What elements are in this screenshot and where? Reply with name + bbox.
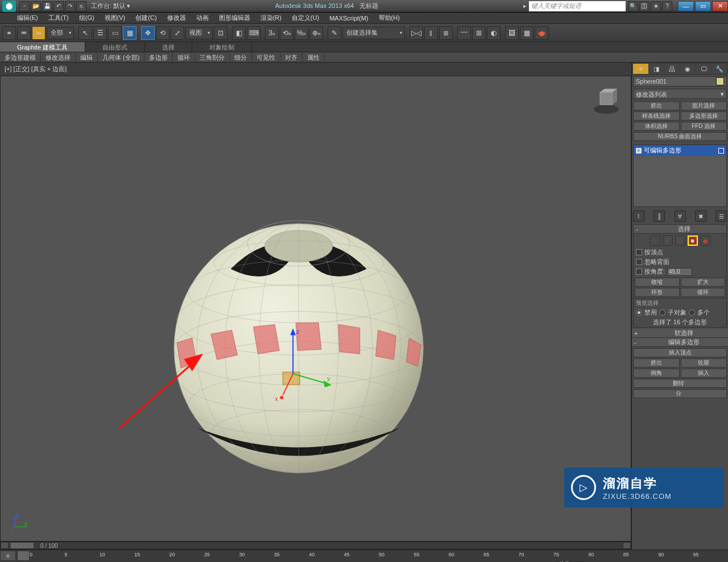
menu-tools[interactable]: 工具(T) [48, 14, 69, 22]
tab-freeform[interactable]: 自由形式 [85, 42, 145, 52]
scroll-left-icon[interactable] [1, 542, 9, 549]
window-crossing-icon[interactable]: ▦ [123, 26, 136, 40]
undo-icon[interactable]: ↶ [53, 1, 64, 11]
viewport-scrollbar[interactable]: 0 / 100 [0, 542, 631, 549]
redo-icon[interactable]: ↷ [65, 1, 75, 11]
btn-poly-sel[interactable]: 多边形选择 [681, 111, 727, 121]
curve-editor-icon[interactable]: 〰 [457, 26, 471, 40]
save-icon[interactable]: 💾 [42, 1, 52, 11]
display-tab-icon[interactable]: 🖵 [696, 64, 712, 74]
panel-subdiv[interactable]: 细分 [230, 52, 252, 62]
panel-edit[interactable]: 编辑 [76, 52, 98, 62]
configure-icon[interactable]: ☰ [715, 210, 727, 222]
app-logo-icon[interactable]: ⬤ [2, 1, 16, 12]
scale-icon[interactable]: ⤢ [171, 26, 184, 40]
percent-snap-icon[interactable]: %ₙ [295, 26, 308, 40]
star-icon[interactable]: ★ [651, 1, 661, 11]
create-tab-icon[interactable]: ✳ [633, 64, 648, 74]
select-manip-icon[interactable]: ◧ [232, 26, 246, 40]
menu-view[interactable]: 视图(V) [105, 14, 126, 22]
stack-editable-poly[interactable]: +可编辑多边形 [634, 145, 726, 156]
search-input[interactable]: 键入关键字或短语 [529, 1, 626, 11]
time-slider[interactable]: ≡ 05101520253035404550556065707580859095… [0, 550, 728, 561]
btn-spline-sel[interactable]: 样条线选择 [633, 111, 680, 121]
menu-customize[interactable]: 自定义(U) [292, 14, 319, 22]
menu-edit[interactable]: 编辑(E) [17, 14, 38, 22]
maximize-button[interactable]: ▭ [695, 1, 711, 11]
btn-shrink[interactable]: 收缩 [635, 278, 680, 287]
select-icon[interactable]: ↖ [78, 26, 92, 40]
panel-align[interactable]: 对齐 [280, 52, 303, 62]
subobj-element-icon[interactable]: ◆ [700, 235, 710, 246]
panel-geom[interactable]: 几何体 (全部) [98, 52, 144, 62]
check-by-vertex[interactable] [636, 249, 642, 255]
btn-insert-vertex[interactable]: 插入顶点 [633, 348, 727, 357]
rollout-selection-header[interactable]: -选择 [634, 225, 726, 234]
panel-loop[interactable]: 循环 [173, 52, 195, 62]
edit-named-sel-icon[interactable]: ✎ [328, 26, 341, 40]
hierarchy-tab-icon[interactable]: 品 [664, 64, 680, 74]
btn-insert2[interactable]: 插入 [681, 369, 727, 378]
close-button[interactable]: ✕ [712, 1, 728, 11]
btn-ring[interactable]: 环形 [635, 288, 680, 297]
pivot-icon[interactable]: ⊡ [214, 26, 228, 40]
render-frame-icon[interactable]: ▦ [520, 26, 533, 40]
tab-selection[interactable]: 选择 [145, 42, 192, 52]
modifier-stack[interactable]: +可编辑多边形 [633, 144, 727, 207]
utility-tab-icon[interactable]: 🔧 [712, 64, 727, 74]
select-rect-icon[interactable]: ▭ [108, 26, 122, 40]
btn-patch-sel[interactable]: 面片选择 [681, 101, 727, 110]
new-icon[interactable]: ▫ [19, 1, 30, 11]
radio-multi[interactable] [689, 309, 695, 316]
btn-chamfer[interactable]: 倒角 [633, 369, 680, 378]
viewport[interactable]: z y x zy [0, 76, 631, 542]
menu-render[interactable]: 渲染(R) [260, 14, 282, 22]
subobj-vertex-icon[interactable]: ⋮ [650, 235, 660, 246]
help-icon[interactable]: ? [662, 1, 672, 11]
menu-create[interactable]: 创建(C) [135, 14, 156, 22]
check-ignore-back[interactable] [636, 259, 642, 265]
btn-grow[interactable]: 扩大 [681, 278, 726, 287]
material-icon[interactable]: ◐ [487, 26, 500, 40]
angle-spinner[interactable]: 45.0 [667, 268, 692, 276]
radio-sub[interactable] [659, 309, 665, 316]
tab-paint[interactable]: 对象绘制 [192, 42, 252, 52]
panel-poly-model[interactable]: 多边形建模 [0, 52, 41, 62]
workspace-selector[interactable]: 工作台: 默认 [91, 2, 126, 10]
btn-loop[interactable]: 循环 [681, 288, 726, 297]
rollout-soft-header[interactable]: +软选择 [632, 329, 728, 338]
subobj-edge-icon[interactable]: ╱ [663, 235, 673, 246]
time-config-icon[interactable]: ≡ [0, 551, 16, 561]
binoculars-icon[interactable]: 🔍 [628, 1, 638, 11]
link-icon[interactable]: ⎋ [76, 1, 86, 11]
scroll-right-icon[interactable] [623, 542, 631, 549]
panel-vis[interactable]: 可见性 [252, 52, 280, 62]
panel-poly[interactable]: 多边形 [144, 52, 173, 62]
modify-tab-icon[interactable]: ◨ [649, 64, 664, 74]
align-icon[interactable]: ⫿ [424, 26, 438, 40]
layers-icon[interactable]: ≣ [439, 26, 453, 40]
btn-vol-sel[interactable]: 体积选择 [633, 122, 680, 131]
open-icon[interactable]: 📂 [31, 1, 41, 11]
show-end-icon[interactable]: ║ [653, 210, 665, 222]
modifier-list[interactable]: 修改器列表 [633, 89, 727, 99]
btn-outline[interactable]: 轮廓 [681, 358, 727, 367]
viewcube[interactable] [592, 86, 621, 115]
btn-extrude[interactable]: 挤出 [633, 101, 680, 110]
menu-group[interactable]: 组(G) [79, 14, 94, 22]
radio-disable[interactable] [636, 309, 642, 316]
btn-ffd-sel[interactable]: FFD 选择 [681, 122, 727, 131]
timeline-ruler[interactable]: 0510152025303540455055606570758085909510… [30, 552, 728, 560]
menu-animation[interactable]: 动画 [196, 14, 209, 22]
btn-extrude2[interactable]: 挤出 [633, 358, 680, 367]
rotate-icon[interactable]: ⟲ [156, 26, 169, 40]
render-setup-icon[interactable]: 🖼 [505, 26, 519, 40]
viewport-label[interactable]: [+] [正交] [真实 + 边面] [0, 63, 631, 76]
ref-coord[interactable]: 视图 [185, 27, 213, 39]
panel-props[interactable]: 属性 [303, 52, 325, 62]
bind-icon[interactable]: ∞ [32, 26, 46, 40]
key-icon[interactable]: ⚿ [639, 1, 650, 11]
keyboard-icon[interactable]: ⌨ [247, 26, 260, 40]
schematic-icon[interactable]: ⊞ [472, 26, 486, 40]
pin-stack-icon[interactable]: ⟟ [633, 210, 644, 222]
